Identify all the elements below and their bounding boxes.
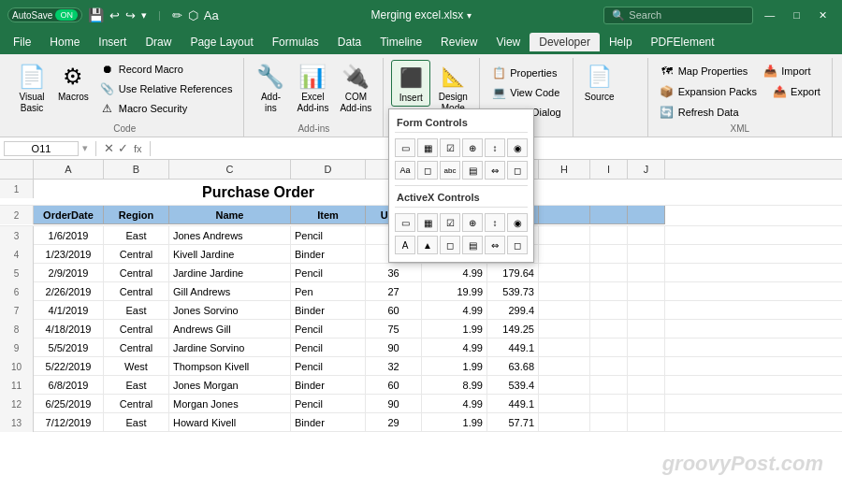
table-cell[interactable]: 29 (366, 413, 422, 432)
table-cell[interactable]: Binder (291, 245, 366, 264)
table-cell[interactable]: 27 (366, 282, 422, 301)
table-cell[interactable]: 449.1 (487, 395, 539, 413)
table-cell[interactable]: 60 (366, 301, 422, 320)
activex-label-icon[interactable]: A (395, 236, 415, 254)
more-icon[interactable]: ▾ (141, 9, 147, 22)
table-cell[interactable]: 75 (366, 320, 422, 338)
table-cell[interactable]: Binder (291, 376, 366, 395)
table-cell[interactable]: 2/26/2019 (34, 282, 104, 301)
table-cell[interactable]: 6/25/2019 (34, 395, 104, 413)
col-header-b[interactable]: B (104, 160, 169, 179)
form-checkbox-icon[interactable]: ☑ (440, 138, 460, 157)
table-cell[interactable]: 36 (366, 264, 422, 282)
form-button-icon[interactable]: ▭ (395, 138, 415, 157)
form-text-icon[interactable]: abc (440, 161, 460, 180)
design-mode-button[interactable]: 📐 DesignMode (434, 60, 472, 116)
header-region[interactable]: Region (104, 206, 169, 224)
table-cell[interactable]: 1.99 (422, 357, 487, 376)
menu-timeline[interactable]: Timeline (370, 33, 431, 51)
menu-draw[interactable]: Draw (136, 33, 181, 51)
form-listbox-icon[interactable]: ▤ (462, 161, 483, 180)
table-cell[interactable]: Jones Morgan (169, 376, 291, 395)
refresh-data-button[interactable]: 🔄 Refresh Data (656, 103, 743, 122)
form-spinner-icon[interactable]: ⊕ (462, 138, 483, 157)
table-cell[interactable]: 2/9/2019 (34, 264, 104, 282)
table-cell[interactable]: 90 (366, 338, 422, 357)
table-cell[interactable]: Pencil (291, 226, 366, 245)
activex-extra-icon[interactable]: ◻ (507, 236, 528, 254)
activex-scrollbar-icon[interactable]: ↕ (485, 213, 505, 232)
table-cell[interactable]: 57.71 (487, 413, 539, 432)
table-cell[interactable]: 32 (366, 357, 422, 376)
relative-references-button[interactable]: 📎 Use Relative References (96, 79, 237, 98)
table-cell[interactable]: 149.25 (487, 320, 539, 338)
menu-review[interactable]: Review (431, 33, 486, 51)
table-cell[interactable]: Thompson Kivell (169, 357, 291, 376)
form-label-icon[interactable]: Aa (395, 161, 415, 180)
table-cell[interactable]: 539.73 (487, 282, 539, 301)
table-cell[interactable]: 60 (366, 376, 422, 395)
menu-insert[interactable]: Insert (89, 33, 136, 51)
redo-icon[interactable]: ↪ (125, 8, 136, 22)
form-scrollbar-icon[interactable]: ↕ (485, 138, 505, 157)
visual-basic-button[interactable]: 📄 VisualBasic (13, 60, 51, 116)
menu-home[interactable]: Home (40, 33, 89, 51)
table-cell[interactable]: East (104, 413, 169, 432)
table-cell[interactable]: 4/18/2019 (34, 320, 104, 338)
save-icon[interactable]: 💾 (88, 7, 104, 22)
table-cell[interactable]: 539.4 (487, 376, 539, 395)
table-cell[interactable]: Pencil (291, 395, 366, 413)
table-cell[interactable]: Jones Sorvino (169, 301, 291, 320)
table-cell[interactable]: 4/1/2019 (34, 301, 104, 320)
form-group-icon[interactable]: ◻ (417, 161, 438, 180)
table-cell[interactable]: 1.99 (422, 320, 487, 338)
menu-developer[interactable]: Developer (530, 33, 600, 51)
macro-security-button[interactable]: ⚠ Macro Security (96, 99, 237, 118)
table-cell[interactable]: Morgan Jones (169, 395, 291, 413)
maximize-button[interactable]: □ (786, 7, 807, 22)
table-cell[interactable]: Pencil (291, 264, 366, 282)
menu-page-layout[interactable]: Page Layout (181, 33, 262, 51)
table-cell[interactable]: 90 (366, 395, 422, 413)
activex-tabstrip-icon[interactable]: ⇔ (485, 236, 505, 254)
menu-formulas[interactable]: Formulas (263, 33, 328, 51)
insert-button[interactable]: ⬛ Insert (391, 60, 430, 107)
table-cell[interactable]: 6/8/2019 (34, 376, 104, 395)
form-slider-icon[interactable]: ⇔ (485, 161, 505, 180)
menu-help[interactable]: Help (600, 33, 642, 51)
activex-spinner-icon[interactable]: ⊕ (462, 213, 483, 232)
activex-checkbox-icon[interactable]: ☑ (440, 213, 460, 232)
table-cell[interactable]: 4.99 (422, 395, 487, 413)
source-button[interactable]: 📄 Source (581, 60, 618, 105)
table-cell[interactable]: 7/12/2019 (34, 413, 104, 432)
table-cell[interactable]: Central (104, 320, 169, 338)
menu-data[interactable]: Data (328, 33, 370, 51)
form-radio-icon[interactable]: ◉ (507, 138, 528, 157)
table-cell[interactable]: 449.1 (487, 338, 539, 357)
activex-image-icon[interactable]: ▲ (417, 236, 438, 254)
col-header-a[interactable]: A (34, 160, 104, 179)
undo-icon[interactable]: ↩ (109, 8, 120, 22)
table-cell[interactable]: Gill Andrews (169, 282, 291, 301)
menu-file[interactable]: File (4, 33, 40, 51)
menu-pdfelement[interactable]: PDFElement (642, 33, 724, 51)
table-cell[interactable]: Pen (291, 282, 366, 301)
activex-combo-icon[interactable]: ▦ (417, 213, 438, 232)
table-cell[interactable]: 5/5/2019 (34, 338, 104, 357)
table-cell[interactable]: West (104, 357, 169, 376)
table-cell[interactable]: East (104, 301, 169, 320)
close-button[interactable]: ✕ (811, 7, 835, 23)
name-box[interactable] (4, 141, 79, 156)
table-cell[interactable]: 179.64 (487, 264, 539, 282)
table-cell[interactable]: 299.4 (487, 301, 539, 320)
col-header-d[interactable]: D (291, 160, 366, 179)
table-cell[interactable]: 5/22/2019 (34, 357, 104, 376)
minimize-button[interactable]: — (757, 7, 782, 22)
col-header-j[interactable]: J (628, 160, 665, 179)
table-cell[interactable]: Central (104, 338, 169, 357)
table-cell[interactable]: Central (104, 282, 169, 301)
header-name[interactable]: Name (169, 206, 291, 224)
table-cell[interactable]: 1.99 (422, 413, 487, 432)
expansion-packs-button[interactable]: 📦 Expansion Packs (656, 82, 761, 101)
table-cell[interactable]: 19.99 (422, 282, 487, 301)
